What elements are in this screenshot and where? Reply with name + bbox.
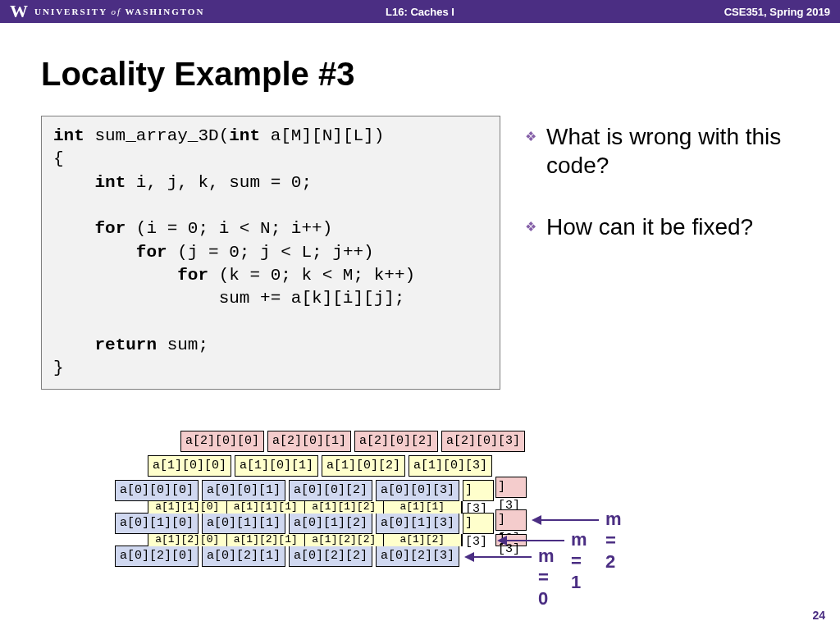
question-1: ❖ What is wrong with this code? — [525, 122, 799, 180]
cell: a[0][1][3] — [376, 513, 459, 534]
cell: a[0][2][1] — [202, 546, 285, 567]
cell: a[0][2][0] — [115, 546, 199, 567]
cell: a[0][0][2] — [289, 480, 372, 501]
cell-tail: ][3] — [495, 509, 527, 531]
arrow-line — [507, 540, 564, 541]
cell-tail: ][3] — [463, 513, 494, 534]
code-block: int sum_array_3D(int a[M][N][L]) { int i… — [41, 116, 500, 390]
uw-logo-w: W — [10, 1, 28, 22]
cell: a[0][0][1] — [202, 480, 285, 501]
lecture-title: L16: Caches I — [386, 6, 454, 18]
arrow-line — [541, 519, 599, 521]
cell: a[0][2][2] — [289, 546, 372, 567]
label-m1: m = 1 — [571, 529, 587, 593]
cell: a[1][0][1] — [235, 455, 318, 477]
cell-tail: ][3] — [495, 477, 527, 498]
cell: a[0][0][0] — [115, 480, 199, 501]
label-m0: m = 0 — [538, 546, 555, 609]
cell: a[2][0][1] — [267, 431, 351, 452]
cell: a[0][1][1] — [202, 513, 285, 534]
arrow-left-icon — [464, 552, 474, 562]
questions-col: ❖ What is wrong with this code? ❖ How ca… — [525, 116, 799, 274]
slide-content: Locality Example #3 int sum_array_3D(int… — [0, 23, 840, 390]
main-row: int sum_array_3D(int a[M][N][L]) { int i… — [41, 116, 799, 390]
cell: a[2][0][3] — [441, 431, 525, 452]
cell: a[1][0][2] — [322, 455, 405, 477]
cell: a[0][1][2] — [289, 513, 372, 534]
slide-header: W UNIVERSITY of WASHINGTON L16: Caches I… — [0, 0, 840, 23]
university-label: UNIVERSITY of WASHINGTON — [34, 7, 204, 16]
arrow-line — [474, 556, 532, 558]
slide-title: Locality Example #3 — [41, 56, 799, 93]
peek-row: a[1][2][0]a[1][2][1]a[1][2][2]a[1][2] — [148, 534, 463, 546]
question-2: ❖ How can it be fixed? — [525, 212, 799, 241]
cell: a[2][0][0] — [180, 431, 264, 452]
header-left: W UNIVERSITY of WASHINGTON — [10, 1, 204, 22]
arrow-left-icon — [532, 515, 541, 525]
arrow-left-icon — [497, 536, 507, 546]
label-m2: m = 2 — [605, 509, 622, 573]
diamond-bullet-icon: ❖ — [525, 129, 536, 180]
cell: a[0][1][0] — [115, 513, 199, 534]
course-label: CSE351, Spring 2019 — [724, 6, 830, 18]
cell: a[2][0][2] — [354, 431, 438, 452]
cell: a[0][0][3] — [376, 480, 459, 501]
cell: a[1][0][3] — [409, 455, 492, 477]
peek-row: a[1][1][0]a[1][1][1]a[1][1][2]a[1][1] — [148, 501, 463, 514]
cell: a[0][2][3] — [376, 546, 459, 567]
cell: a[1][0][0] — [148, 455, 231, 477]
page-number: 24 — [812, 609, 825, 622]
diamond-bullet-icon: ❖ — [525, 219, 536, 241]
cell-tail: ][3] — [463, 480, 494, 501]
